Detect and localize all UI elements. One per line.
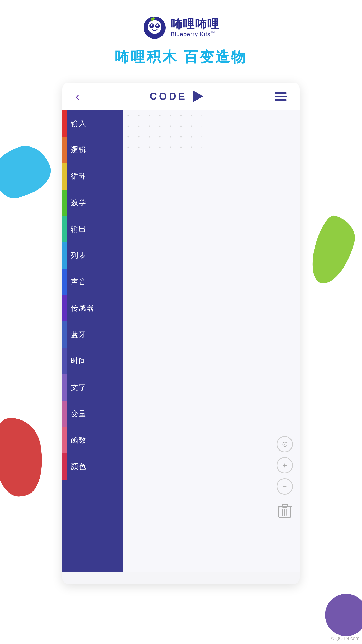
dot-grid <box>123 110 202 150</box>
trash-icon <box>278 503 292 519</box>
sidebar-color-bar-10 <box>62 374 67 401</box>
center-button[interactable]: ⊙ <box>277 436 293 452</box>
logo-text-block: 咘哩咘哩 Blueberry Kits™ <box>171 18 219 38</box>
brush-purple-decoration <box>325 594 362 636</box>
sidebar-label-3: 数学 <box>67 198 87 208</box>
svg-point-7 <box>158 25 159 26</box>
svg-point-6 <box>152 25 153 26</box>
main-content: 输入逻辑循环数学输出列表声音传感器蓝牙时间文字变量函数颜色 ⊙ ＋ <box>62 110 300 572</box>
play-icon <box>193 91 203 102</box>
brush-blue-decoration <box>0 139 56 204</box>
sidebar-label-1: 逻辑 <box>67 145 87 155</box>
sidebar-item-3[interactable]: 数学 <box>62 190 123 216</box>
toolbar: ‹ CODE <box>62 83 300 110</box>
logo-english-name: Blueberry Kits™ <box>171 30 219 38</box>
brush-green-decoration <box>306 213 360 288</box>
sidebar-color-bar-9 <box>62 348 67 374</box>
app-window: ‹ CODE 输入逻辑循环数学输出列表声音传感器蓝牙时间文字变量函数颜色 <box>62 83 300 584</box>
sidebar-label-6: 声音 <box>67 277 87 287</box>
sidebar-color-bar-4 <box>62 216 67 242</box>
center-icon: ⊙ <box>282 441 288 448</box>
code-canvas[interactable]: ⊙ ＋ － <box>123 110 300 572</box>
menu-line-1 <box>275 92 287 94</box>
sidebar-item-9[interactable]: 时间 <box>62 348 123 374</box>
sidebar-item-12[interactable]: 函数 <box>62 427 123 453</box>
delete-button[interactable] <box>276 502 293 519</box>
watermark: © QQTN.com <box>331 636 359 641</box>
sidebar-label-0: 输入 <box>67 119 87 129</box>
sidebar-item-13[interactable]: 颜色 <box>62 453 123 480</box>
zoom-out-icon: － <box>281 483 288 490</box>
sidebar: 输入逻辑循环数学输出列表声音传感器蓝牙时间文字变量函数颜色 <box>62 110 123 572</box>
sidebar-item-0[interactable]: 输入 <box>62 110 123 137</box>
sidebar-label-5: 列表 <box>67 250 87 261</box>
sidebar-label-11: 变量 <box>67 409 87 419</box>
toolbar-code-label: CODE <box>150 91 187 102</box>
sidebar-label-12: 函数 <box>67 435 87 445</box>
sidebar-label-8: 蓝牙 <box>67 330 87 340</box>
sidebar-color-bar-13 <box>62 453 67 480</box>
sidebar-color-bar-2 <box>62 163 67 190</box>
canvas-actions: ⊙ ＋ － <box>276 436 293 519</box>
toolbar-title-group: CODE <box>150 90 204 103</box>
sidebar-color-bar-6 <box>62 269 67 295</box>
svg-rect-12 <box>123 110 202 150</box>
play-button[interactable] <box>192 90 204 103</box>
tagline: 咘哩积木 百变造物 <box>0 48 362 67</box>
sidebar-item-1[interactable]: 逻辑 <box>62 137 123 163</box>
sidebar-label-7: 传感器 <box>67 303 94 313</box>
sidebar-item-7[interactable]: 传感器 <box>62 295 123 321</box>
zoom-in-button[interactable]: ＋ <box>277 457 293 473</box>
sidebar-color-bar-1 <box>62 137 67 163</box>
sidebar-label-9: 时间 <box>67 356 87 366</box>
sidebar-item-5[interactable]: 列表 <box>62 242 123 269</box>
sidebar-color-bar-11 <box>62 401 67 427</box>
sidebar-item-4[interactable]: 输出 <box>62 216 123 242</box>
sidebar-color-bar-5 <box>62 242 67 269</box>
sidebar-color-bar-0 <box>62 110 67 137</box>
sidebar-item-2[interactable]: 循环 <box>62 163 123 190</box>
sidebar-label-4: 输出 <box>67 224 87 234</box>
sidebar-item-11[interactable]: 变量 <box>62 401 123 427</box>
sidebar-item-8[interactable]: 蓝牙 <box>62 321 123 348</box>
back-button[interactable]: ‹ <box>75 91 79 102</box>
sidebar-item-10[interactable]: 文字 <box>62 374 123 401</box>
logo-chinese-name: 咘哩咘哩 <box>171 18 219 30</box>
sidebar-color-bar-12 <box>62 427 67 453</box>
menu-line-3 <box>275 99 287 101</box>
sidebar-color-bar-7 <box>62 295 67 321</box>
logo-area: 咘哩咘哩 Blueberry Kits™ <box>0 0 362 48</box>
menu-button[interactable] <box>275 92 287 101</box>
zoom-in-icon: ＋ <box>281 462 288 469</box>
sidebar-label-2: 循环 <box>67 171 87 181</box>
sidebar-item-6[interactable]: 声音 <box>62 269 123 295</box>
sidebar-color-bar-8 <box>62 321 67 348</box>
sidebar-label-10: 文字 <box>67 382 87 392</box>
logo-icon <box>143 16 166 40</box>
brush-red-decoration <box>0 414 49 500</box>
sidebar-label-13: 颜色 <box>67 462 87 472</box>
zoom-out-button[interactable]: － <box>277 478 293 495</box>
menu-line-2 <box>275 96 287 97</box>
sidebar-color-bar-3 <box>62 190 67 216</box>
